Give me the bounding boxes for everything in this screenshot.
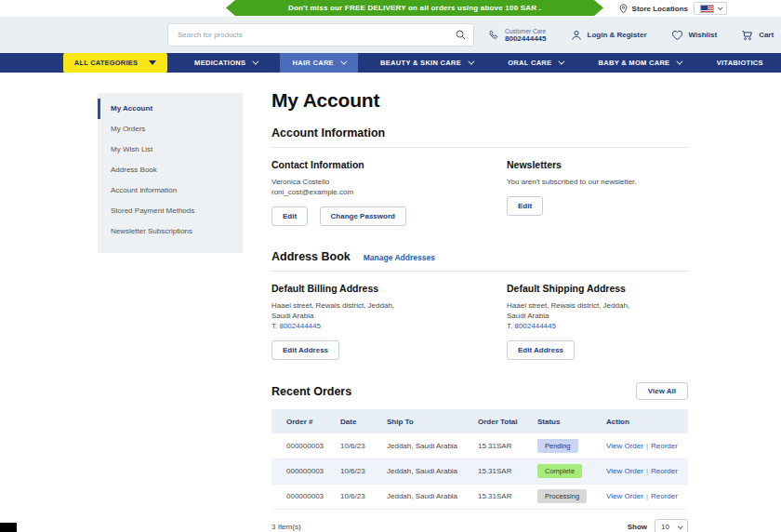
caret-down-icon bbox=[149, 60, 156, 65]
nav-item-vitabiotics[interactable]: VITABIOTICS bbox=[704, 53, 776, 73]
customer-care[interactable]: Customer Care 8002444445 bbox=[488, 28, 547, 43]
cell-order-number: 000000003 bbox=[271, 433, 340, 459]
change-password-button[interactable]: Change Password bbox=[320, 206, 406, 226]
shipping-address-line2: Saudi Arabia bbox=[507, 311, 688, 321]
billing-address-line2: Saudi Arabia bbox=[271, 311, 507, 321]
wishlist-button[interactable]: Wishlist bbox=[671, 30, 718, 41]
cell-order-number: 000000003 bbox=[271, 459, 340, 484]
view-all-button[interactable]: View All bbox=[636, 382, 688, 400]
chevron-down-icon bbox=[677, 59, 683, 65]
status-badge: Processing bbox=[537, 489, 587, 503]
address-book-header: Address Book Manage Addresses bbox=[271, 250, 688, 272]
nav-items: MEDICATIONS HAIR CARE BEAUTY & SKIN CARE… bbox=[177, 53, 781, 73]
chevron-down-icon bbox=[468, 59, 474, 65]
page-size-select[interactable]: 10 bbox=[655, 519, 688, 532]
col-order-total: Order Total bbox=[478, 409, 537, 433]
page-size-value: 10 bbox=[661, 523, 669, 531]
col-order: Order # bbox=[271, 409, 340, 433]
shipping-phone-link[interactable]: 8002444445 bbox=[514, 322, 556, 330]
col-ship-to: Ship To bbox=[387, 409, 478, 433]
chevron-down-icon bbox=[717, 5, 722, 10]
nav-item-oral-care[interactable]: ORAL CARE bbox=[495, 53, 576, 73]
table-row: 000000003 10/6/23 Jeddah, Saudi Arabia 1… bbox=[271, 433, 688, 459]
language-selector[interactable] bbox=[694, 2, 727, 15]
login-register-label: Login & Register bbox=[588, 31, 647, 39]
location-pin-icon bbox=[619, 4, 628, 14]
nav-item-label: MEDICATIONS bbox=[194, 59, 245, 67]
table-header-row: Order # Date Ship To Order Total Status … bbox=[271, 409, 688, 433]
sidebar-item-my-orders[interactable]: My Orders bbox=[98, 119, 243, 140]
cell-date: 10/6/23 bbox=[340, 484, 387, 509]
status-badge: Pending bbox=[537, 439, 578, 453]
billing-phone-link[interactable]: 8002444445 bbox=[279, 322, 321, 330]
header-utilities: Customer Care 8002444445 Login & Registe… bbox=[488, 17, 774, 53]
reorder-link[interactable]: Reorder bbox=[651, 492, 678, 500]
account-information-header: Account Information bbox=[271, 126, 688, 148]
search-box bbox=[167, 23, 474, 47]
search-button[interactable] bbox=[447, 24, 473, 46]
sidebar-item-my-wish-list[interactable]: My Wish List bbox=[98, 140, 243, 160]
reorder-link[interactable]: Reorder bbox=[651, 467, 678, 475]
cart-button[interactable]: Cart bbox=[741, 30, 774, 41]
recent-orders-title: Recent Orders bbox=[271, 385, 351, 398]
reorder-link[interactable]: Reorder bbox=[651, 442, 678, 450]
store-locations-label: Store Locations bbox=[632, 5, 688, 13]
separator: | bbox=[646, 492, 648, 500]
search-input[interactable] bbox=[168, 31, 447, 39]
sidebar-item-newsletter-subscriptions[interactable]: Newsletter Subscriptions bbox=[98, 221, 243, 242]
contact-information-title: Contact Information bbox=[271, 159, 507, 170]
wishlist-label: Wishlist bbox=[689, 31, 718, 39]
col-action: Action bbox=[606, 409, 688, 433]
sidebar-item-account-information[interactable]: Account Information bbox=[98, 180, 243, 201]
view-order-link[interactable]: View Order bbox=[606, 492, 643, 500]
page-size-control: Show 10 bbox=[628, 519, 688, 532]
store-locations-button[interactable]: Store Locations bbox=[619, 2, 688, 15]
sidebar-item-stored-payment-methods[interactable]: Stored Payment Methods bbox=[98, 201, 243, 221]
category-nav: ALL CATEGORIES MEDICATIONS HAIR CARE BEA… bbox=[0, 53, 781, 73]
edit-billing-address-button[interactable]: Edit Address bbox=[271, 340, 339, 360]
phone-icon bbox=[488, 30, 499, 41]
cell-date: 10/6/23 bbox=[340, 433, 387, 459]
cell-date: 10/6/23 bbox=[340, 459, 387, 484]
cell-ship-to: Jeddah, Saudi Arabia bbox=[387, 484, 478, 509]
account-information-title: Account Information bbox=[271, 126, 385, 140]
separator: | bbox=[646, 442, 648, 450]
manage-addresses-link[interactable]: Manage Addresses bbox=[364, 253, 435, 262]
top-promo-bar: Don't miss our FREE DELIVERY on all orde… bbox=[0, 0, 781, 17]
edit-newsletters-button[interactable]: Edit bbox=[507, 196, 543, 216]
table-footer: 3 Item(s) Show 10 bbox=[271, 519, 688, 532]
billing-address-line1: Haael street, Rewais district, Jeddah, bbox=[271, 300, 507, 311]
contact-actions: Edit Change Password bbox=[271, 197, 507, 226]
sidebar-item-my-account[interactable]: My Account bbox=[98, 99, 243, 119]
nav-item-label: BEAUTY & SKIN CARE bbox=[380, 59, 461, 67]
nav-item-beauty-skin-care[interactable]: BEAUTY & SKIN CARE bbox=[367, 53, 485, 73]
edit-contact-button[interactable]: Edit bbox=[271, 206, 308, 226]
nav-item-label: HAIR CARE bbox=[293, 59, 334, 67]
login-register-button[interactable]: Login & Register bbox=[571, 30, 647, 41]
contact-email: roni_cost@example.com bbox=[271, 187, 507, 197]
contact-name: Veronica Costello bbox=[271, 177, 507, 187]
nav-item-baby-mom-care[interactable]: BABY & MOM CARE bbox=[586, 53, 695, 73]
nav-item-medications[interactable]: MEDICATIONS bbox=[181, 53, 270, 73]
nav-item-label: BABY & MOM CARE bbox=[599, 59, 670, 67]
cell-ship-to: Jeddah, Saudi Arabia bbox=[387, 459, 478, 484]
item-count: 3 Item(s) bbox=[271, 523, 301, 531]
nav-item-hair-care[interactable]: HAIR CARE bbox=[280, 53, 358, 73]
cell-order-total: 15.31SAR bbox=[478, 484, 537, 509]
account-information-body: Contact Information Veronica Costello ro… bbox=[271, 148, 688, 226]
billing-phone-line: T. 8002444445 bbox=[271, 321, 507, 331]
cell-order-total: 15.31SAR bbox=[478, 459, 537, 484]
view-order-link[interactable]: View Order bbox=[606, 442, 643, 450]
heart-icon bbox=[671, 30, 683, 41]
customer-care-phone: 8002444445 bbox=[505, 35, 547, 43]
col-status: Status bbox=[537, 409, 606, 433]
us-flag-icon bbox=[700, 5, 714, 13]
all-categories-button[interactable]: ALL CATEGORIES bbox=[63, 53, 167, 73]
sidebar-item-address-book[interactable]: Address Book bbox=[98, 160, 243, 180]
page-title: My Account bbox=[271, 89, 688, 112]
view-order-link[interactable]: View Order bbox=[606, 467, 643, 475]
header-row: Customer Care 8002444445 Login & Registe… bbox=[0, 17, 781, 53]
all-categories-label: ALL CATEGORIES bbox=[74, 59, 138, 67]
edit-shipping-address-button[interactable]: Edit Address bbox=[507, 340, 575, 360]
nav-item-label: VITABIOTICS bbox=[717, 59, 763, 67]
